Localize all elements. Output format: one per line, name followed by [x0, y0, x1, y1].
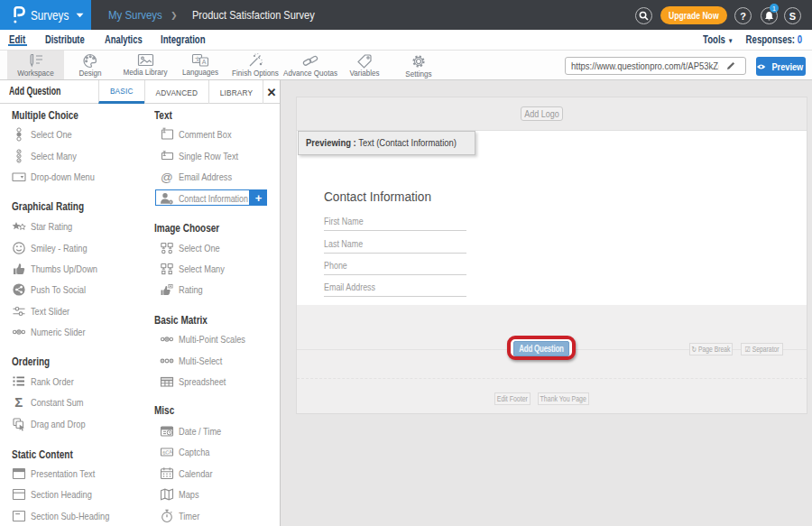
svg-text:A: A: [202, 59, 207, 65]
svg-text:@: @: [161, 170, 173, 183]
svg-text:Σ: Σ: [14, 395, 23, 410]
svg-text:文: 文: [195, 56, 201, 62]
svg-text:6CA: 6CA: [162, 448, 173, 455]
